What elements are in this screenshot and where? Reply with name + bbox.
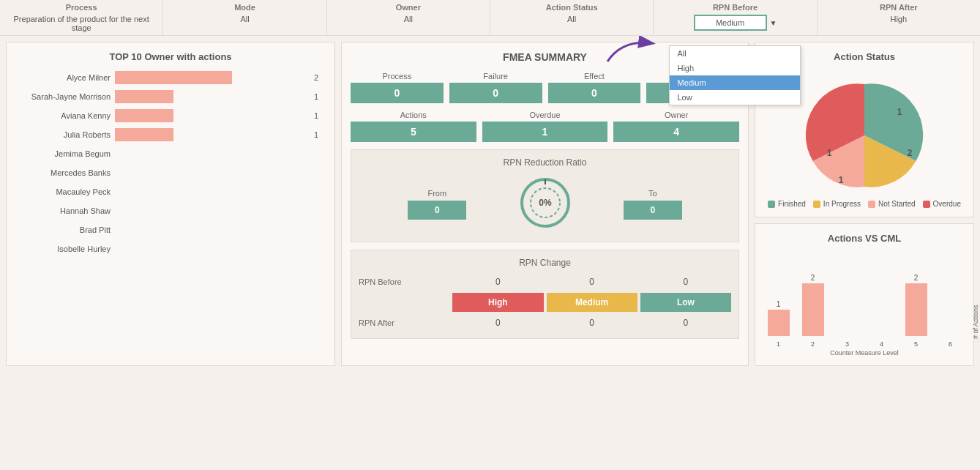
rpn-change-section: RPN Change RPN Before 0 0 0 High Medium … bbox=[351, 250, 739, 339]
legend-dot-in-progress bbox=[813, 201, 820, 208]
bar-owner-name: Brad Pitt bbox=[15, 225, 111, 234]
filter-owner-label: Owner bbox=[396, 3, 421, 12]
bar-row: Jemima Begum bbox=[15, 147, 326, 160]
bar-track bbox=[115, 90, 307, 103]
chart-x-label: 1 bbox=[764, 340, 793, 348]
rpn-after-label: RPN After bbox=[359, 318, 449, 327]
main-content: TOP 10 Owner with actions Alyce Milner2S… bbox=[0, 36, 980, 372]
filter-mode-label: Mode bbox=[234, 3, 255, 12]
legend-dot-finished bbox=[768, 201, 775, 208]
bar-chart: # of Actions 122 123456 Counter Measure … bbox=[764, 251, 965, 357]
bar-owner-name: Aviana Kenny bbox=[15, 111, 111, 120]
stat-overdue: Overdue 1 bbox=[482, 111, 608, 142]
rpn-to-label: To bbox=[648, 189, 657, 198]
bar-row: Aviana Kenny1 bbox=[15, 109, 326, 122]
bar-fill bbox=[115, 109, 173, 122]
bar-track bbox=[115, 71, 307, 84]
rpn-circle-container: 0% bbox=[516, 174, 575, 234]
chart-col bbox=[936, 335, 965, 336]
stat-process: Process 0 bbox=[351, 72, 444, 103]
rpn-reduction-title: RPN Reduction Ratio bbox=[359, 157, 731, 168]
bar-count: 1 bbox=[314, 111, 326, 120]
stat-effect: Effect 0 bbox=[548, 72, 641, 103]
legend-label-in-progress: In Progress bbox=[823, 200, 861, 208]
rpn-reduction-section: RPN Reduction Ratio From 0 0% To 0 bbox=[351, 149, 739, 242]
svg-text:2: 2 bbox=[908, 148, 913, 158]
stat-owner-val: 4 bbox=[613, 122, 739, 142]
rpn-before-high-val: 0 bbox=[452, 274, 543, 290]
chart-val-label: 2 bbox=[914, 274, 919, 282]
filter-action-status-value: All bbox=[567, 15, 576, 23]
dropdown-option-all[interactable]: All bbox=[670, 46, 800, 61]
bar-rows: Alyce Milner2Sarah-Jayne Morrison1Aviana… bbox=[15, 71, 326, 255]
rpn-change-grid: RPN Before 0 0 0 High Medium Low RPN Aft… bbox=[359, 274, 731, 331]
dropdown-option-medium[interactable]: Medium bbox=[670, 75, 800, 90]
legend-dot-not-started bbox=[868, 201, 875, 208]
rpn-before-label: RPN Before bbox=[359, 277, 449, 286]
stat-effect-val: 0 bbox=[548, 83, 641, 103]
chart-wrapper: # of Actions 122 123456 Counter Measure … bbox=[764, 251, 965, 357]
chart-col bbox=[867, 335, 896, 336]
rpn-change-title: RPN Change bbox=[359, 258, 731, 268]
rpn-to: To 0 bbox=[575, 189, 732, 220]
dropdown-option-high[interactable]: High bbox=[670, 61, 800, 75]
chart-col: 2 bbox=[798, 274, 827, 336]
filter-owner: Owner All bbox=[327, 0, 490, 35]
x-axis-labels: 123456 bbox=[764, 339, 965, 348]
legend-finished: Finished bbox=[768, 200, 806, 208]
bar-count: 2 bbox=[314, 73, 326, 82]
bar-count: 1 bbox=[314, 92, 326, 101]
badge-low: Low bbox=[640, 293, 731, 312]
bar-owner-name: Alyce Milner bbox=[15, 73, 111, 82]
filter-mode: Mode All bbox=[163, 0, 326, 35]
chart-x-label: 4 bbox=[867, 340, 896, 348]
filter-rpn-after: RPN After High bbox=[818, 0, 980, 35]
stat-owner: Owner 4 bbox=[613, 111, 739, 142]
stat-failure-label: Failure bbox=[483, 72, 508, 81]
top-owners-panel: TOP 10 Owner with actions Alyce Milner2S… bbox=[6, 42, 335, 366]
rpn-before-medium-val: 0 bbox=[547, 274, 637, 290]
chart-col: 1 bbox=[764, 300, 793, 336]
bar-row: Sarah-Jayne Morrison1 bbox=[15, 90, 326, 103]
dropdown-option-low[interactable]: Low bbox=[670, 90, 800, 105]
rpn-from: From 0 bbox=[359, 189, 516, 220]
filter-rpn-before-box[interactable]: Medium bbox=[694, 15, 767, 31]
filter-rpn-before-arrow[interactable]: ▼ bbox=[770, 19, 777, 27]
filter-rpn-before-input-row[interactable]: Medium ▼ bbox=[694, 15, 777, 31]
filter-rpn-before-dropdown: All High Medium Low bbox=[669, 45, 801, 105]
filter-rpn-after-label: RPN After bbox=[880, 3, 918, 12]
pie-chart-svg: 1 2 1 1 bbox=[791, 70, 938, 194]
stat-actions-label: Actions bbox=[400, 111, 427, 119]
chart-x-label: 3 bbox=[833, 340, 861, 348]
bar-row: Alyce Milner2 bbox=[15, 71, 326, 84]
legend-in-progress: In Progress bbox=[813, 200, 861, 208]
pie-legend: Finished In Progress Not Started Overdue bbox=[768, 200, 961, 208]
legend-overdue: Overdue bbox=[923, 200, 961, 208]
svg-text:1: 1 bbox=[897, 107, 902, 117]
bar-owner-name: Julia Roberts bbox=[15, 130, 111, 139]
bar-track bbox=[115, 166, 307, 179]
stat-actions-val: 5 bbox=[351, 122, 476, 142]
actions-vs-cml-title: Actions VS CML bbox=[764, 233, 965, 244]
fmea-stats-bottom: Actions 5 Overdue 1 Owner 4 bbox=[351, 111, 739, 142]
svg-text:0%: 0% bbox=[539, 198, 552, 208]
stat-overdue-label: Overdue bbox=[529, 111, 560, 119]
bar-fill bbox=[115, 128, 173, 141]
bar-owner-name: Isobelle Hurley bbox=[15, 245, 111, 253]
bar-track bbox=[115, 185, 307, 198]
stat-effect-label: Effect bbox=[584, 72, 605, 81]
rpn-after-medium-val: 0 bbox=[547, 315, 637, 331]
bar-row: Isobelle Hurley bbox=[15, 242, 326, 255]
stat-actions: Actions 5 bbox=[351, 111, 476, 142]
chart-x-label: 6 bbox=[936, 340, 965, 348]
bar-row: Macauley Peck bbox=[15, 185, 326, 198]
badge-high: High bbox=[452, 293, 543, 312]
rpn-from-label: From bbox=[427, 189, 446, 198]
legend-label-overdue: Overdue bbox=[933, 200, 961, 208]
chart-bar bbox=[768, 310, 790, 336]
filter-bar: Process Preparation of the product for t… bbox=[0, 0, 980, 36]
legend-not-started: Not Started bbox=[868, 200, 916, 208]
y-axis-label: # of Actions bbox=[972, 251, 979, 339]
bar-fill bbox=[115, 90, 173, 103]
svg-text:1: 1 bbox=[839, 175, 844, 185]
